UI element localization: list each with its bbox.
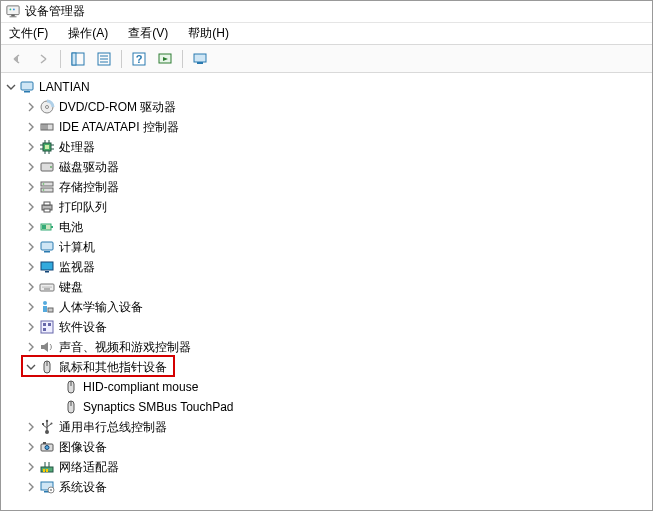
toolbar-separator	[60, 50, 61, 68]
chevron-right-icon[interactable]	[25, 441, 37, 453]
svg-point-90	[50, 489, 52, 491]
svg-rect-64	[43, 328, 46, 331]
tree-category[interactable]: 系统设备	[1, 477, 652, 497]
tree-device-label: HID-compliant mouse	[83, 380, 198, 394]
tree-category[interactable]: 磁盘驱动器	[1, 157, 652, 177]
tree-category-label: 通用串行总线控制器	[59, 419, 167, 436]
chevron-right-icon[interactable]	[25, 461, 37, 473]
tree-category[interactable]: 处理器	[1, 137, 652, 157]
svg-point-4	[13, 8, 15, 10]
disc-icon	[39, 99, 55, 115]
computer-icon	[19, 79, 35, 95]
chevron-right-icon[interactable]	[25, 481, 37, 493]
tree-category-label: 声音、视频和游戏控制器	[59, 339, 191, 356]
chevron-down-icon[interactable]	[5, 81, 17, 93]
tree-category[interactable]: 软件设备	[1, 317, 652, 337]
tree-root[interactable]: LANTIAN	[1, 77, 652, 97]
menu-help[interactable]: 帮助(H)	[184, 23, 233, 44]
tree-category-label: IDE ATA/ATAPI 控制器	[59, 119, 179, 136]
help-button[interactable]: ?	[127, 47, 151, 71]
tree-category[interactable]: 存储控制器	[1, 177, 652, 197]
properties-button[interactable]	[92, 47, 116, 71]
tree-category[interactable]: DVD/CD-ROM 驱动器	[1, 97, 652, 117]
svg-point-40	[43, 189, 45, 191]
tree-category[interactable]: 计算机	[1, 237, 652, 257]
chevron-right-icon[interactable]	[25, 101, 37, 113]
monitor-icon	[39, 259, 55, 275]
chevron-right-icon[interactable]	[25, 141, 37, 153]
printer-icon	[39, 199, 55, 215]
chevron-right-icon[interactable]	[25, 201, 37, 213]
menu-bar: 文件(F) 操作(A) 查看(V) 帮助(H)	[1, 23, 652, 45]
tree-category-label: 存储控制器	[59, 179, 119, 196]
tree-category[interactable]: 键盘	[1, 277, 652, 297]
tree-device-label: Synaptics SMBus TouchPad	[83, 400, 234, 414]
chevron-right-icon[interactable]	[25, 121, 37, 133]
forward-button[interactable]	[31, 47, 55, 71]
show-hide-tree-button[interactable]	[66, 47, 90, 71]
menu-view[interactable]: 查看(V)	[124, 23, 172, 44]
svg-rect-45	[51, 226, 53, 228]
tree-category[interactable]: 人体学输入设备	[1, 297, 652, 317]
svg-rect-16	[197, 62, 203, 64]
tree-category[interactable]: 监视器	[1, 257, 652, 277]
chevron-right-icon[interactable]	[25, 281, 37, 293]
svg-rect-84	[46, 469, 48, 472]
tree-category[interactable]: 通用串行总线控制器	[1, 417, 652, 437]
svg-rect-63	[48, 323, 51, 326]
chevron-right-icon[interactable]	[25, 321, 37, 333]
svg-rect-46	[42, 225, 46, 229]
view-devices-button[interactable]	[188, 47, 212, 71]
svg-rect-57	[44, 289, 50, 290]
tree-category[interactable]: 网络适配器	[1, 457, 652, 477]
svg-rect-49	[41, 262, 53, 270]
tree-category-label: 软件设备	[59, 319, 107, 336]
mouse-icon	[63, 399, 79, 415]
toolbar: ?	[1, 45, 652, 73]
tree-category[interactable]: IDE ATA/ATAPI 控制器	[1, 117, 652, 137]
tree-category-label: 磁盘驱动器	[59, 159, 119, 176]
tree-category-label: 电池	[59, 219, 83, 236]
sound-icon	[39, 339, 55, 355]
tree-category[interactable]: 声音、视频和游戏控制器	[1, 337, 652, 357]
chevron-right-icon[interactable]	[25, 181, 37, 193]
tree-category-label: 打印队列	[59, 199, 107, 216]
back-button[interactable]	[5, 47, 29, 71]
system-icon	[39, 479, 55, 495]
chevron-right-icon[interactable]	[25, 301, 37, 313]
svg-point-53	[44, 286, 45, 287]
tree-category-label: 监视器	[59, 259, 95, 276]
chevron-right-icon[interactable]	[25, 261, 37, 273]
tree-category[interactable]: 电池	[1, 217, 652, 237]
tree-category-label: 处理器	[59, 139, 95, 156]
chevron-right-icon[interactable]	[25, 341, 37, 353]
chevron-right-icon[interactable]	[25, 421, 37, 433]
chevron-right-icon[interactable]	[25, 221, 37, 233]
svg-rect-76	[42, 423, 44, 425]
tree-category[interactable]: 打印队列	[1, 197, 652, 217]
svg-rect-47	[41, 242, 53, 250]
tree-device[interactable]: Synaptics SMBus TouchPad	[1, 397, 652, 417]
svg-rect-15	[194, 54, 206, 62]
software-icon	[39, 319, 55, 335]
menu-action[interactable]: 操作(A)	[64, 23, 112, 44]
svg-point-58	[43, 301, 47, 305]
chevron-right-icon[interactable]	[25, 161, 37, 173]
title-bar: 设备管理器	[1, 1, 652, 23]
disk-icon	[39, 159, 55, 175]
tree-category[interactable]: 鼠标和其他指针设备	[1, 357, 652, 377]
scan-hardware-button[interactable]	[153, 47, 177, 71]
svg-rect-0	[7, 5, 19, 14]
chevron-down-icon[interactable]	[25, 361, 37, 373]
svg-rect-43	[44, 209, 50, 212]
menu-file[interactable]: 文件(F)	[5, 23, 52, 44]
tree-device[interactable]: HID-compliant mouse	[1, 377, 652, 397]
svg-rect-18	[24, 91, 30, 93]
tree-category[interactable]: 图像设备	[1, 437, 652, 457]
svg-text:?: ?	[136, 53, 143, 65]
hid-icon	[39, 299, 55, 315]
svg-point-80	[45, 446, 49, 450]
chevron-right-icon[interactable]	[25, 241, 37, 253]
svg-point-20	[46, 106, 49, 109]
svg-point-36	[50, 166, 52, 168]
